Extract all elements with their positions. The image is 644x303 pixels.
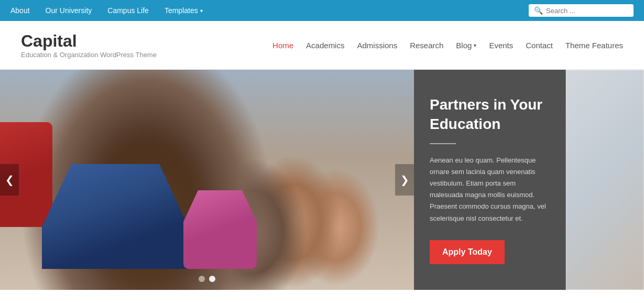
nav-home[interactable]: Home	[272, 41, 293, 50]
site-tagline: Education & Organization WordPress Theme	[21, 51, 157, 59]
prev-arrow-icon: ❮	[5, 174, 14, 186]
carousel-dot-2[interactable]	[209, 276, 215, 282]
main-nav: Home Academics Admissions Research Blog …	[272, 41, 623, 50]
hero-bg	[0, 70, 414, 290]
nav-theme-features[interactable]: Theme Features	[565, 41, 623, 50]
templates-dropdown-arrow: ▾	[200, 8, 203, 14]
shirt-decoration-pink	[183, 190, 257, 269]
site-header: Capital Education & Organization WordPre…	[0, 21, 644, 70]
logo-area: Capital Education & Organization WordPre…	[21, 31, 157, 59]
carousel-next-button[interactable]: ❯	[395, 164, 414, 196]
topbar-item-campus[interactable]: Campus Life	[107, 6, 149, 15]
carousel-dot-1[interactable]	[199, 276, 205, 282]
nav-blog[interactable]: Blog ▾	[456, 41, 476, 50]
topbar-item-about[interactable]: About	[10, 6, 30, 15]
blog-dropdown-arrow: ▾	[474, 42, 476, 48]
hero-right-blur	[566, 70, 644, 290]
hero-title: Partners in Your Education	[430, 95, 550, 134]
hero-image: ❮ ❯	[0, 70, 414, 290]
search-box: 🔍	[529, 4, 634, 17]
site-title: Capital	[21, 31, 157, 51]
topbar-item-university[interactable]: Our University	[46, 6, 92, 15]
nav-contact[interactable]: Contact	[526, 41, 553, 50]
topbar-item-templates[interactable]: Templates ▾	[165, 6, 203, 15]
carousel-prev-button[interactable]: ❮	[0, 164, 19, 196]
apply-today-button[interactable]: Apply Today	[430, 240, 505, 264]
top-bar-nav: About Our University Campus Life Templat…	[10, 6, 203, 15]
nav-admissions[interactable]: Admissions	[357, 41, 397, 50]
next-arrow-icon: ❯	[400, 174, 409, 186]
hero-section: ❮ ❯ Partners in Your Education Aenean eu…	[0, 70, 644, 290]
hero-content: Partners in Your Education Aenean eu leo…	[414, 70, 566, 290]
nav-research[interactable]: Research	[410, 41, 443, 50]
search-icon: 🔍	[534, 6, 543, 15]
nav-academics[interactable]: Academics	[306, 41, 344, 50]
hero-divider	[430, 143, 456, 144]
top-bar: About Our University Campus Life Templat…	[0, 0, 644, 21]
carousel-dots	[199, 276, 215, 282]
search-input[interactable]	[546, 7, 628, 15]
hero-description: Aenean eu leo quam. Pellentesque ornare …	[430, 155, 550, 224]
shirt-decoration-blue	[42, 164, 189, 269]
nav-events[interactable]: Events	[489, 41, 513, 50]
